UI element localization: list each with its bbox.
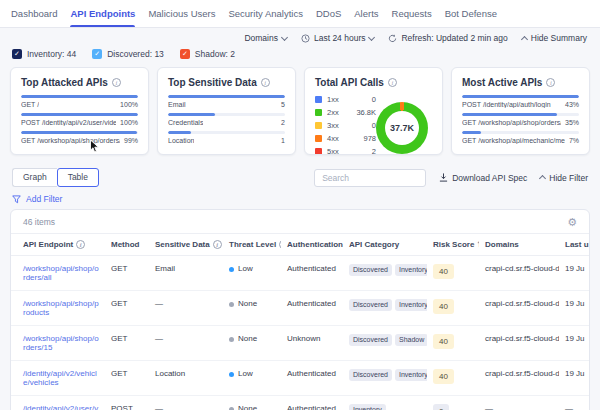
ranked-list-item: GET /workshop/api/shop/orders/{order_id}…	[21, 131, 138, 144]
tab-dashboard[interactable]: Dashboard	[11, 0, 57, 27]
table-toolbar: Graph Table Download API Spec Hide Filte…	[0, 163, 600, 191]
column-header-authentication-s[interactable]: Authentication S...	[281, 234, 343, 256]
hide-summary-toggle[interactable]: Hide Summary	[522, 33, 587, 43]
graph-view-button[interactable]: Graph	[12, 168, 57, 187]
column-label: Authentication S...	[287, 240, 343, 249]
chevron-down-icon	[281, 33, 288, 40]
table-row: /workshop/api/shop/orders/15GET—NoneUnkn…	[11, 326, 589, 361]
ranked-list-row: GET /workshop/api/shop/orders/all35%	[462, 119, 579, 126]
bar-track	[462, 95, 579, 98]
last-updated-cell: 19 Ju	[559, 361, 589, 396]
checked-checkbox-icon[interactable]: ✓	[12, 49, 22, 59]
bar-fill	[168, 113, 215, 116]
column-header-api-endpoint[interactable]: API Endpointi	[11, 234, 105, 256]
endpoint-link[interactable]: /identity/api/v2/user/verify-email-token	[23, 404, 98, 410]
legend-value: 0	[372, 95, 376, 104]
column-header-domains[interactable]: Domains	[479, 234, 559, 256]
summary-filter-discovered[interactable]: ✓Discovered: 13	[92, 49, 164, 59]
bar-fill	[168, 95, 285, 98]
tab-api-endpoints[interactable]: API Endpoints	[70, 0, 135, 27]
endpoint-link[interactable]: /workshop/api/shop/orders/all	[23, 264, 99, 282]
top-attacked-list: GET /100%POST /identity/api/v2/user/vide…	[21, 95, 138, 144]
threat-level-label: Low	[238, 264, 253, 273]
checked-checkbox-icon[interactable]: ✓	[92, 49, 102, 59]
category-chip-shadow: Shadow	[395, 334, 427, 346]
method-cell: POST	[105, 396, 149, 410]
add-filter-button[interactable]: Add Filter	[0, 191, 74, 209]
download-api-spec-button[interactable]: Download API Spec	[439, 173, 527, 183]
endpoint-cell: /identity/api/v2/user/verify-email-token	[11, 396, 105, 410]
endpoint-link[interactable]: /identity/api/v2/vehicle/vehicles	[23, 369, 97, 387]
column-header-threat-level[interactable]: Threat Leveli	[223, 234, 281, 256]
sensitive-data-cell: —	[149, 326, 223, 361]
tab-alerts[interactable]: Alerts	[354, 0, 378, 27]
auth-state-cell: Authenticated	[281, 361, 343, 396]
auth-state-cell: Unknown	[281, 326, 343, 361]
item-value: 7%	[569, 137, 579, 144]
ranked-list-item: POST /identity/api/auth/login43%	[462, 95, 579, 108]
refresh-button[interactable]: Refresh: Updated 2 min ago	[388, 33, 507, 43]
tab-security-analytics[interactable]: Security Analytics	[228, 0, 302, 27]
gear-icon[interactable]: ⚙	[567, 217, 577, 227]
search-input[interactable]	[314, 169, 426, 187]
status-code-legend: 1xx02xx36.8K3xx04xx9785xx2	[315, 95, 376, 155]
info-icon: i	[546, 78, 555, 87]
ranked-list-row: POST /identity/api/auth/login43%	[462, 101, 579, 108]
risk-score-badge: 40	[433, 299, 454, 314]
tab-bot-defense[interactable]: Bot Defense	[445, 0, 497, 27]
time-range-label: Last 24 hours	[314, 33, 366, 43]
endpoint-cell: /workshop/api/shop/products	[11, 291, 105, 326]
top-nav: DashboardAPI EndpointsMalicious UsersSec…	[0, 0, 600, 28]
legend-label: 5xx	[327, 147, 339, 155]
item-label: GET /workshop/api/mechanic/mechanic_repo…	[462, 137, 565, 144]
last-updated-cell: —	[559, 396, 589, 410]
summary-cards: Top Attacked APIs i GET /100%POST /ident…	[0, 64, 600, 163]
column-header-method[interactable]: Method	[105, 234, 149, 256]
column-header-api-category[interactable]: API Category	[343, 234, 427, 256]
risk-score-badge: 40	[433, 369, 454, 384]
threat-level-cell: None	[223, 396, 281, 410]
endpoint-link[interactable]: /workshop/api/shop/orders/15	[23, 334, 99, 352]
column-label: API Category	[349, 240, 399, 249]
column-header-risk-score[interactable]: Risk Score⇅	[427, 234, 479, 256]
legend-item-5xx: 5xx2	[315, 147, 376, 155]
threat-level-cell: None	[223, 291, 281, 326]
summary-filter-shadow[interactable]: ✓Shadow: 2	[180, 49, 235, 59]
threat-level-dot	[229, 337, 234, 342]
sensitive-data-cell: —	[149, 291, 223, 326]
hide-filter-toggle[interactable]: Hide Filter	[540, 173, 588, 183]
time-range-dropdown[interactable]: Last 24 hours	[301, 33, 375, 43]
ranked-list-row: POST /identity/api/v2/user/videos100%	[21, 119, 138, 126]
column-header-last-u[interactable]: Last u	[559, 234, 589, 256]
summary-filter-inventory[interactable]: ✓Inventory: 44	[12, 49, 76, 59]
legend-color-swatch	[315, 135, 322, 142]
legend-value: 2	[372, 147, 376, 155]
risk-score-cell: 40	[427, 256, 479, 291]
auth-state-cell: Authenticated	[281, 396, 343, 410]
tab-ddos[interactable]: DDoS	[316, 0, 341, 27]
bar-fill	[168, 131, 191, 134]
download-label: Download API Spec	[452, 173, 527, 183]
tab-requests[interactable]: Requests	[392, 0, 432, 27]
risk-score-cell: 40	[427, 291, 479, 326]
ranked-list-row: Location1	[168, 137, 285, 144]
domains-dropdown[interactable]: Domains	[244, 33, 287, 43]
sort-icon[interactable]: ⇅	[477, 240, 479, 249]
legend-color-swatch	[315, 96, 322, 103]
category-chip-inventory: Inventory	[395, 299, 427, 311]
table-row: /identity/api/v2/user/verify-email-token…	[11, 396, 589, 410]
bar-fill	[21, 95, 138, 98]
checked-checkbox-icon[interactable]: ✓	[180, 49, 190, 59]
column-label: Domains	[485, 240, 519, 249]
tab-malicious-users[interactable]: Malicious Users	[148, 0, 215, 27]
column-header-sensitive-data[interactable]: Sensitive Datai	[149, 234, 223, 256]
info-icon: i	[279, 240, 281, 249]
info-icon: i	[76, 240, 85, 249]
column-label: Risk Score	[433, 240, 474, 249]
legend-item-3xx: 3xx0	[315, 121, 376, 130]
endpoint-link[interactable]: /workshop/api/shop/products	[23, 299, 99, 317]
ranked-list-item: GET /100%	[21, 95, 138, 108]
card-title: Top Sensitive Data	[168, 77, 257, 88]
table-view-button[interactable]: Table	[57, 168, 99, 187]
endpoint-cell: /identity/api/v2/vehicle/vehicles	[11, 361, 105, 396]
